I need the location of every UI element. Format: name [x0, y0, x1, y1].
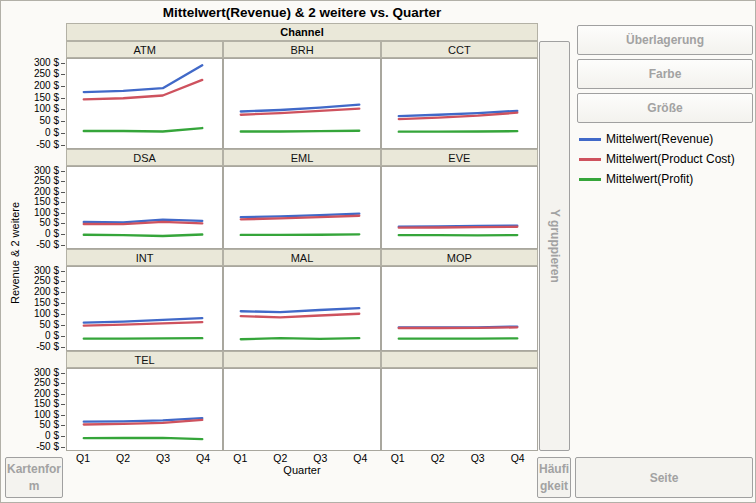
overlay-dropzone-button[interactable]: Überlagerung: [577, 25, 753, 55]
panel-label-dsa: DSA: [66, 149, 223, 166]
panel-label-mal: MAL: [223, 249, 380, 266]
x-tick-label: Q1: [383, 452, 413, 464]
y-tick-label: 0 $: [19, 229, 59, 239]
channel-group-band[interactable]: Channel: [66, 23, 538, 41]
legend-item-0[interactable]: Mittelwert(Revenue): [579, 129, 735, 149]
line-mal-series-2[interactable]: [241, 338, 359, 339]
y-tick-mark: [61, 223, 65, 224]
x-tick-label: Q4: [188, 452, 218, 464]
legend-line-swatch: [579, 158, 601, 161]
y-tick-label: 200 $: [19, 81, 59, 91]
y-tick-mark: [61, 336, 65, 337]
legend-item-1[interactable]: Mittelwert(Product Cost): [579, 149, 735, 169]
y-group-dropzone-label: Y gruppieren: [548, 209, 562, 283]
y-tick-label: 150 $: [19, 197, 59, 207]
color-dropzone-button[interactable]: Farbe: [577, 59, 753, 89]
legend-item-2[interactable]: Mittelwert(Profit): [579, 169, 735, 189]
panel-plot-tel[interactable]: [66, 368, 223, 451]
graph-builder-window: Mittelwert(Revenue) & 2 weitere vs. Quar…: [0, 0, 756, 503]
map-shape-dropzone[interactable]: Kartenform: [5, 457, 63, 498]
y-tick-label: 50 $: [19, 320, 59, 330]
panel-plot-int[interactable]: [66, 266, 223, 351]
x-tick-label: Q3: [305, 452, 335, 464]
legend-line-swatch: [579, 138, 601, 141]
x-tick-label: Q4: [503, 452, 533, 464]
chart-title: Mittelwert(Revenue) & 2 weitere vs. Quar…: [66, 5, 538, 20]
y-tick-label: 0 $: [19, 128, 59, 138]
panel-label-cct: CCT: [381, 41, 538, 58]
line-eml-series-2[interactable]: [241, 234, 359, 235]
legend-label: Mittelwert(Revenue): [606, 132, 713, 146]
y-tick-mark: [61, 314, 65, 315]
line-tel-series-2[interactable]: [84, 438, 202, 439]
y-tick-mark: [61, 171, 65, 172]
panel-plot-brh[interactable]: [223, 58, 380, 149]
line-atm-series-2[interactable]: [84, 128, 202, 131]
y-group-dropzone[interactable]: Y gruppieren: [539, 41, 570, 451]
trellis-grid: Channel ATMBRHCCTDSAEMLEVEINTMALMOPTEL: [66, 23, 538, 451]
legend-label: Mittelwert(Product Cost): [606, 152, 735, 166]
line-eve-series-1[interactable]: [398, 227, 516, 228]
y-tick-label: 150 $: [19, 399, 59, 409]
line-mop-series-1[interactable]: [398, 327, 516, 328]
y-tick-mark: [61, 415, 65, 416]
y-tick-mark: [61, 145, 65, 146]
y-tick-mark: [61, 303, 65, 304]
y-tick-label: 200 $: [19, 389, 59, 399]
panel-plot-mal[interactable]: [223, 266, 380, 351]
y-tick-label: 50 $: [19, 420, 59, 430]
panel-label-empty: [223, 351, 380, 368]
panel-label-eve: EVE: [381, 149, 538, 166]
y-tick-label: 150 $: [19, 298, 59, 308]
y-tick-label: 100 $: [19, 208, 59, 218]
x-tick-label: Q2: [265, 452, 295, 464]
line-brh-series-2[interactable]: [241, 131, 359, 132]
page-dropzone[interactable]: Seite: [575, 457, 753, 498]
y-tick-mark: [61, 425, 65, 426]
y-tick-label: 200 $: [19, 287, 59, 297]
y-tick-mark: [61, 394, 65, 395]
line-mal-series-0[interactable]: [241, 308, 359, 312]
y-tick-mark: [61, 245, 65, 246]
panel-plot-dsa[interactable]: [66, 166, 223, 249]
y-tick-label: 300 $: [19, 58, 59, 68]
x-tick-label: Q3: [463, 452, 493, 464]
panel-label-eml: EML: [223, 149, 380, 166]
x-axis-title: Quarter: [66, 464, 538, 476]
y-tick-mark: [61, 98, 65, 99]
panel-plot-mop[interactable]: [381, 266, 538, 351]
panel-plot-eml[interactable]: [223, 166, 380, 249]
x-tick-label: Q1: [68, 452, 98, 464]
legend-line-swatch: [579, 178, 601, 181]
y-tick-label: 50 $: [19, 218, 59, 228]
y-tick-mark: [61, 383, 65, 384]
x-tick-label: Q4: [345, 452, 375, 464]
panel-label-empty: [381, 351, 538, 368]
y-tick-mark: [61, 234, 65, 235]
y-tick-mark: [61, 292, 65, 293]
y-tick-mark: [61, 202, 65, 203]
x-tick-label: Q2: [108, 452, 138, 464]
y-tick-label: 0 $: [19, 431, 59, 441]
y-tick-mark: [61, 133, 65, 134]
y-tick-mark: [61, 404, 65, 405]
y-tick-label: -50 $: [19, 342, 59, 352]
panel-plot-atm[interactable]: [66, 58, 223, 149]
line-mal-series-1[interactable]: [241, 314, 359, 318]
panel-label-tel: TEL: [66, 351, 223, 368]
frequency-dropzone[interactable]: Häufigkeit: [537, 457, 571, 498]
y-tick-label: 300 $: [19, 266, 59, 276]
y-tick-mark: [61, 281, 65, 282]
size-dropzone-button[interactable]: Größe: [577, 93, 753, 123]
y-tick-label: 150 $: [19, 93, 59, 103]
y-tick-mark: [61, 436, 65, 437]
y-tick-mark: [61, 109, 65, 110]
y-tick-label: -50 $: [19, 442, 59, 452]
y-tick-mark: [61, 121, 65, 122]
y-tick-label: 250 $: [19, 378, 59, 388]
panel-plot-eve[interactable]: [381, 166, 538, 249]
line-dsa-series-2[interactable]: [84, 235, 202, 236]
y-tick-label: 250 $: [19, 176, 59, 186]
panel-plot-cct[interactable]: [381, 58, 538, 149]
y-tick-label: 100 $: [19, 410, 59, 420]
